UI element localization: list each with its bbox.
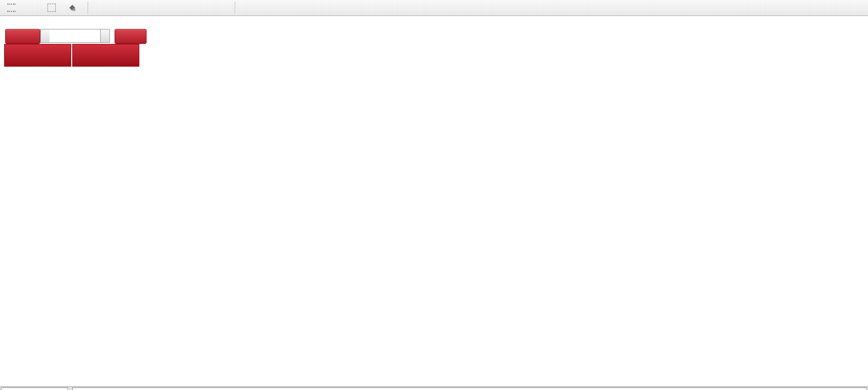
chart-title — [5, 19, 10, 26]
fibonacci-icon[interactable] — [4, 2, 19, 14]
tab-bar-area — [72, 387, 867, 390]
volume-input[interactable] — [50, 29, 101, 43]
buy-price-panel[interactable] — [72, 44, 139, 67]
toolbar — [0, 0, 868, 16]
sell-price-panel[interactable] — [4, 44, 71, 67]
sell-button[interactable] — [5, 29, 40, 44]
mt4-window — [0, 0, 868, 390]
buy-button[interactable] — [115, 29, 147, 44]
text-label-icon[interactable] — [44, 2, 59, 14]
volume-decrease-button[interactable] — [40, 29, 50, 43]
text-icon[interactable] — [25, 2, 39, 14]
shapes-icon[interactable] — [63, 2, 84, 14]
toolbar-separator — [235, 2, 235, 14]
volume-increase-button[interactable] — [100, 29, 110, 43]
chart-tab[interactable] — [1, 387, 68, 390]
bottom-tab-bar — [0, 386, 868, 390]
toolbar-separator — [88, 2, 88, 14]
